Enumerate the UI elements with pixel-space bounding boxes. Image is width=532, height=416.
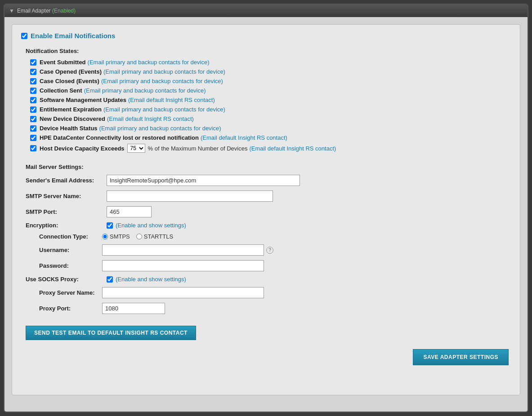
collection-sent-checkbox[interactable] [30,88,36,94]
window-icon: ▼ [9,8,14,14]
help-icon[interactable]: ? [266,247,273,254]
entitlement-exp-label: Entitlement Expiration [40,106,102,113]
window-title: Email Adapter (Enabled) [17,8,76,14]
username-row: Username: ? [39,244,511,256]
sender-email-input[interactable] [107,175,300,186]
software-mgmt-note: (Email default Insight RS contact) [128,97,215,103]
socks-proxy-checkbox[interactable] [107,276,113,283]
case-opened-checkbox[interactable] [30,69,36,75]
smtp-server-label: SMTP Server Name: [26,193,107,199]
proxy-port-label: Proxy Port: [39,305,102,312]
enable-email-checkbox[interactable] [21,33,27,39]
use-socks-row: Use SOCKS Proxy: (Enable and show settin… [26,276,511,283]
proxy-server-input[interactable] [102,287,264,298]
software-mgmt-checkbox[interactable] [30,97,36,103]
content-area: Enable Email Notifications Notification … [4,17,528,412]
encryption-note: (Enable and show settings) [116,222,186,229]
enable-email-row: Enable Email Notifications [21,32,511,40]
list-item: Entitlement Expiration (Email primary an… [30,106,511,113]
notification-states-title: Notification States: [26,48,511,54]
starttls-label: STARTTLS [144,233,173,240]
host-device-checkbox[interactable] [30,145,36,151]
starttls-radio-label[interactable]: STARTTLS [136,233,173,240]
list-item: Case Opened (Events) (Email primary and … [30,68,511,75]
smtp-port-row: SMTP Port: [26,206,511,217]
window-status: (Enabled) [52,8,76,14]
proxy-sub-form: Proxy Server Name: Proxy Port: [39,287,511,314]
smtp-port-input[interactable] [107,206,152,217]
collection-sent-label: Collection Sent [40,87,82,94]
event-submitted-label: Event Submitted [40,59,86,66]
enable-email-label: Enable Email Notifications [31,32,115,40]
list-item: Device Health Status (Email primary and … [30,125,511,132]
smtps-label: SMTPS [110,233,130,240]
list-item: Software Management Updates (Email defau… [30,97,511,103]
main-panel: Enable Email Notifications Notification … [12,24,520,395]
proxy-port-input[interactable] [102,303,165,314]
smtps-radio-label[interactable]: SMTPS [102,233,130,240]
case-closed-note: (Email primary and backup contacts for d… [101,78,223,84]
password-label: Password: [39,262,102,269]
case-closed-checkbox[interactable] [30,78,36,84]
save-adapter-button[interactable]: SAVE ADAPTER SETTINGS [413,349,509,365]
test-email-button[interactable]: SEND TEST EMAIL TO DEFAULT INSIGHT RS CO… [26,326,196,340]
encryption-check-area: (Enable and show settings) [107,222,186,229]
device-health-checkbox[interactable] [30,125,36,132]
mail-server-title: Mail Server Settings: [26,164,511,170]
main-window: ▼ Email Adapter (Enabled) Enable Email N… [4,4,528,412]
username-label: Username: [39,247,102,253]
encryption-sub-form: Connection Type: SMTPS STARTTLS [39,233,511,271]
encryption-checkbox[interactable] [107,222,113,229]
device-health-label: Device Health Status [40,125,98,132]
password-row: Password: [39,260,511,271]
list-item: New Device Discovered (Email default Ins… [30,115,511,122]
proxy-server-label: Proxy Server Name: [39,289,102,296]
collection-sent-note: (Email primary and backup contacts for d… [84,87,206,94]
footer-area: SAVE ADAPTER SETTINGS [21,349,511,365]
proxy-section: Use SOCKS Proxy: (Enable and show settin… [21,276,511,314]
event-submitted-note: (Email primary and backup contacts for d… [88,59,210,66]
use-socks-label: Use SOCKS Proxy: [26,276,107,283]
socks-check-area: (Enable and show settings) [107,276,186,283]
list-item: Collection Sent (Email primary and backu… [30,87,511,94]
entitlement-exp-checkbox[interactable] [30,106,36,113]
smtp-port-label: SMTP Port: [26,208,107,215]
password-input[interactable] [102,260,264,271]
entitlement-exp-note: (Email primary and backup contacts for d… [103,106,225,113]
device-health-note: (Email primary and backup contacts for d… [99,125,221,132]
starttls-radio[interactable] [136,234,142,239]
hpe-datacenter-checkbox[interactable] [30,135,36,141]
encryption-label: Encryption: [26,222,107,229]
case-opened-note: (Email primary and backup contacts for d… [103,68,225,75]
socks-proxy-note: (Enable and show settings) [116,276,186,283]
hpe-datacenter-note: (Email default Insight RS contact) [201,134,287,141]
event-submitted-checkbox[interactable] [30,59,36,66]
list-item: Event Submitted (Email primary and backu… [30,59,511,66]
smtps-radio[interactable] [102,234,108,239]
encryption-row: Encryption: (Enable and show settings) [26,222,511,229]
new-device-label: New Device Discovered [40,115,105,122]
connection-type-row: Connection Type: SMTPS STARTTLS [39,233,511,240]
host-device-select[interactable]: 50 60 70 75 80 90 95 [127,144,145,153]
username-input[interactable] [102,244,264,256]
new-device-note: (Email default Insight RS contact) [107,115,194,122]
case-opened-label: Case Opened (Events) [40,68,102,75]
sender-email-label: Sender's Email Address: [26,177,107,184]
sender-email-row: Sender's Email Address: [26,175,511,186]
connection-type-radio-group: SMTPS STARTTLS [102,233,173,240]
smtp-server-input[interactable] [107,190,273,202]
notification-states-list: Event Submitted (Email primary and backu… [30,59,511,153]
software-mgmt-label: Software Management Updates [40,97,126,103]
list-item: Case Closed (Events) (Email primary and … [30,78,511,84]
new-device-checkbox[interactable] [30,116,36,122]
case-closed-label: Case Closed (Events) [40,78,99,84]
smtp-server-row: SMTP Server Name: [26,190,511,202]
title-bar: ▼ Email Adapter (Enabled) [4,4,528,17]
mail-server-section: Mail Server Settings: Sender's Email Add… [21,164,511,271]
host-device-row: Host Device Capacity Exceeds 50 60 70 75… [30,144,511,153]
proxy-port-row: Proxy Port: [39,303,511,314]
hpe-datacenter-label: HPE DataCenter Connectivity lost or rest… [40,134,199,141]
host-device-suffix: % of the Maximum Number of Devices [148,145,248,152]
proxy-server-row: Proxy Server Name: [39,287,511,298]
connection-type-label: Connection Type: [39,233,102,240]
